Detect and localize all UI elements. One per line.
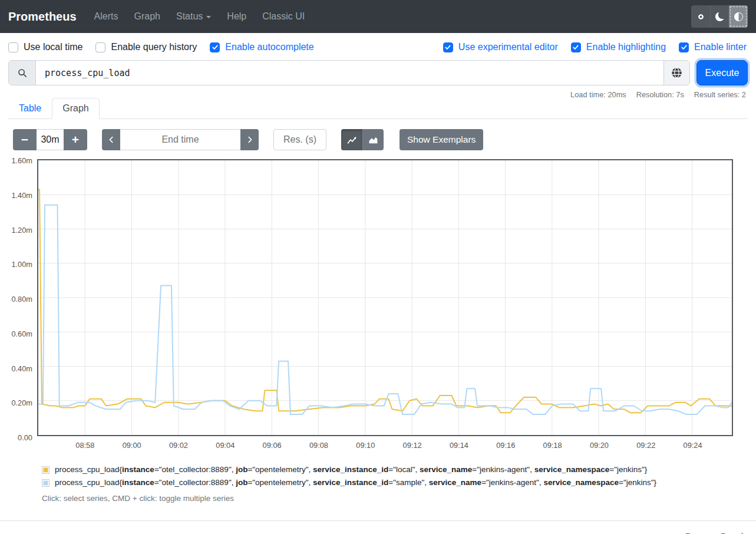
x-tick-label: 09:10 (356, 441, 375, 450)
nav-item-help[interactable]: Help (227, 11, 246, 22)
checkbox-checked[interactable] (443, 42, 453, 52)
chevron-left-icon (107, 136, 115, 144)
options-left: Use local timeEnable query historyEnable… (8, 42, 327, 52)
y-tick-label: 0.60m (11, 329, 32, 338)
x-tick-label: 09:04 (216, 441, 235, 450)
query-input-group (8, 60, 690, 85)
x-tick-label: 09:16 (496, 441, 515, 450)
series-line-local (38, 189, 732, 413)
check-icon (572, 44, 579, 51)
checkbox-checked[interactable] (571, 42, 581, 52)
option-label: Enable query history (111, 42, 197, 52)
graph-type-toggle (341, 129, 384, 150)
metrics-explorer-button[interactable] (663, 61, 689, 85)
legend-text: process_cpu_load{instance="otel_collecto… (55, 478, 656, 487)
chevron-right-icon (246, 136, 254, 144)
x-tick-label: 09:06 (263, 441, 282, 450)
nav-item-alerts[interactable]: Alerts (94, 11, 118, 22)
load-time: Load time: 20ms (570, 90, 626, 99)
x-tick-label: 08:58 (75, 441, 94, 450)
option-label: Enable linter (694, 42, 747, 52)
end-time-input[interactable] (120, 129, 240, 150)
y-tick-label: 0.80m (11, 295, 32, 304)
y-tick-label: 1.40m (11, 190, 32, 199)
resolution-input[interactable] (273, 129, 326, 150)
time-back-button[interactable] (102, 129, 120, 150)
moon-icon (715, 12, 724, 21)
y-tick-label: 0.00 (18, 433, 32, 442)
option-use-local-time[interactable]: Use local time (8, 42, 82, 52)
query-expression-input[interactable] (36, 61, 663, 85)
checkbox-unchecked[interactable] (95, 42, 105, 52)
x-tick-label: 09:20 (590, 441, 609, 450)
check-icon (212, 44, 219, 51)
y-tick-label: 0.40m (11, 364, 32, 373)
legend-item-local[interactable]: process_cpu_load{instance="otel_collecto… (42, 465, 748, 474)
option-enable-query-history[interactable]: Enable query history (95, 42, 197, 52)
range-group: − + (13, 129, 87, 150)
line-graph-button[interactable] (341, 129, 362, 150)
tab-table[interactable]: Table (8, 98, 52, 119)
brand-prometheus[interactable]: Prometheus (8, 10, 77, 24)
checkbox-unchecked[interactable] (8, 42, 18, 52)
x-tick-label: 09:08 (309, 441, 328, 450)
tabs-row: Load time: 20ms Resolution: 7s Result se… (8, 90, 748, 119)
checkbox-checked[interactable] (679, 42, 689, 52)
remove-panel-link[interactable]: Remove Panel (685, 531, 743, 534)
option-enable-autocomplete[interactable]: Enable autocomplete (210, 42, 313, 52)
search-addon (9, 61, 36, 85)
dark-theme-button[interactable] (710, 5, 729, 28)
auto-theme-button[interactable] (729, 5, 748, 28)
light-theme-button[interactable] (691, 5, 710, 28)
end-time-group (102, 129, 259, 150)
nav-item-graph[interactable]: Graph (134, 11, 160, 22)
execute-button[interactable]: Execute (696, 60, 748, 85)
time-forward-button[interactable] (240, 129, 259, 150)
option-label: Enable highlighting (586, 42, 666, 52)
x-axis-labels: 08:5809:0009:0209:0409:0609:0809:1009:12… (38, 439, 732, 454)
show-exemplars-button[interactable]: Show Exemplars (400, 129, 483, 150)
x-tick-label: 09:22 (636, 441, 655, 450)
decrease-range-button[interactable]: − (13, 129, 37, 150)
option-use-experimental-editor[interactable]: Use experimental editor (443, 42, 558, 52)
check-icon (444, 44, 451, 51)
y-tick-label: 0.20m (11, 398, 32, 407)
legend-help-note: Click: select series, CMD + click: toggl… (42, 494, 748, 503)
y-tick-label: 1.00m (11, 260, 32, 269)
x-tick-label: 09:24 (684, 441, 702, 450)
y-tick-label: 1.60m (11, 156, 32, 165)
nav-item-classic-ui[interactable]: Classic UI (262, 11, 305, 22)
plot-box[interactable] (37, 159, 733, 436)
x-tick-label: 09:14 (450, 441, 468, 450)
gear-sun-icon (696, 12, 706, 22)
checkbox-checked[interactable] (210, 42, 220, 52)
search-icon (18, 68, 27, 78)
tab-graph[interactable]: Graph (52, 98, 99, 119)
x-tick-label: 09:02 (169, 441, 188, 450)
graph-toolbar: − + Show Exemplars (8, 129, 748, 150)
nav-item-status[interactable]: Status (176, 11, 211, 22)
query-stats: Load time: 20ms Resolution: 7s Result se… (570, 90, 746, 99)
check-icon (681, 44, 688, 51)
range-input[interactable] (37, 129, 64, 150)
query-bar: Execute (8, 60, 748, 85)
option-enable-highlighting[interactable]: Enable highlighting (571, 42, 666, 52)
resolution: Resolution: 7s (636, 90, 684, 99)
chart-svg (38, 160, 732, 435)
remove-panel-row: Remove Panel (0, 521, 756, 534)
globe-icon (671, 67, 682, 78)
y-axis-labels: 1.60m1.40m1.20m1.00m0.80m0.60m0.40m0.20m… (8, 159, 37, 436)
option-enable-linter[interactable]: Enable linter (679, 42, 747, 52)
options-row: Use local timeEnable query historyEnable… (0, 33, 756, 59)
legend-swatch (42, 466, 49, 474)
x-tick-label: 09:12 (403, 441, 422, 450)
y-tick-label: 1.20m (11, 225, 32, 234)
stacked-graph-button[interactable] (362, 129, 384, 150)
increase-range-button[interactable]: + (64, 129, 87, 150)
options-right: Use experimental editorEnable highlighti… (443, 42, 748, 52)
x-tick-label: 09:00 (123, 441, 141, 450)
legend: process_cpu_load{instance="otel_collecto… (42, 465, 748, 487)
legend-item-sample[interactable]: process_cpu_load{instance="otel_collecto… (42, 478, 748, 487)
chart-area: 1.60m1.40m1.20m1.00m0.80m0.60m0.40m0.20m… (8, 159, 733, 436)
result-series: Result series: 2 (694, 90, 746, 99)
